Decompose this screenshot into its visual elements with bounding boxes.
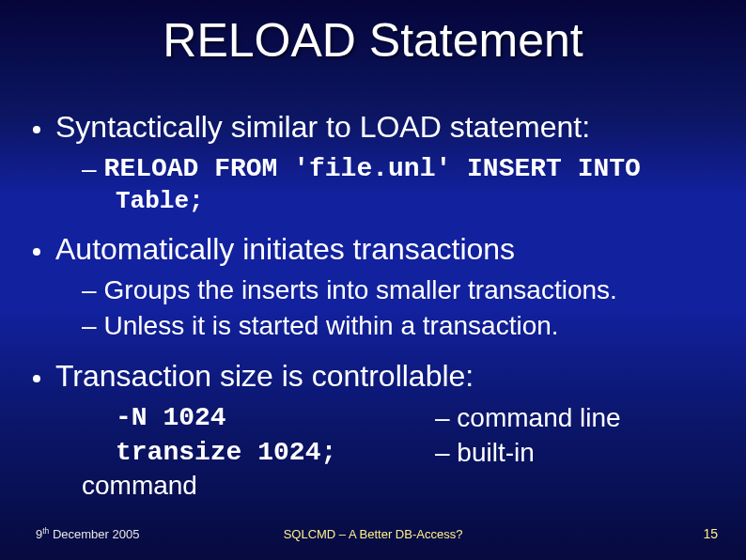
code-text: -N 1024 [116, 400, 435, 436]
bullet-dot-icon [33, 248, 40, 256]
sub-bullet: – RELOAD FROM 'file.unl' INSERT INTO [82, 151, 723, 187]
dash-icon: – [82, 272, 97, 308]
dash-icon: – [82, 308, 97, 344]
bullet-dot-icon [33, 375, 40, 382]
footer-page-number: 15 [703, 526, 718, 541]
footer-center: SQLCMD – A Better DB-Access? [0, 527, 746, 541]
slide: RELOAD Statement Syntactically similar t… [0, 0, 746, 560]
right-col: – built-in [435, 435, 723, 471]
bullet-text: Syntactically similar to LOAD statement: [55, 108, 590, 148]
right-text: command line [457, 403, 620, 432]
sub-bullet-text: Unless it is started within a transactio… [104, 308, 559, 344]
code-text: Table; [116, 186, 723, 217]
sub-bullet-text: Groups the inserts into smaller transact… [104, 272, 617, 308]
slide-content: Syntactically similar to LOAD statement:… [33, 108, 723, 501]
bullet-text: Automatically initiates transactions [55, 230, 515, 270]
dash-icon: – [435, 403, 450, 432]
two-column-row: -N 1024 – command line [116, 400, 723, 436]
sub-bullet: – Unless it is started within a transact… [82, 308, 723, 344]
code-text: RELOAD FROM 'file.unl' INSERT INTO [104, 151, 641, 187]
right-text: built-in [457, 438, 534, 467]
sub-bullet: – Groups the inserts into smaller transa… [82, 272, 723, 308]
slide-title: RELOAD Statement [0, 13, 746, 68]
bullet-item: Syntactically similar to LOAD statement: [33, 108, 723, 148]
bullet-dot-icon [33, 126, 40, 133]
dash-icon: – [435, 438, 450, 467]
sub-text: command [82, 471, 723, 501]
two-column-row: transize 1024; – built-in [116, 435, 723, 471]
right-col: – command line [435, 400, 723, 436]
bullet-item: Transaction size is controllable: [33, 357, 723, 397]
code-text: transize 1024; [116, 435, 435, 471]
bullet-item: Automatically initiates transactions [33, 230, 723, 270]
dash-icon: – [82, 151, 97, 187]
bullet-text: Transaction size is controllable: [55, 357, 474, 397]
